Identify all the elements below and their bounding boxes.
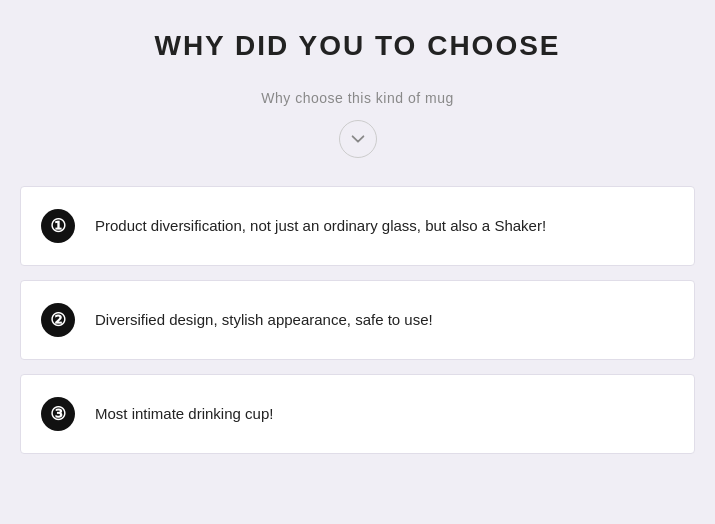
item-text-2: Diversified design, stylish appearance, … [95, 309, 433, 332]
number-badge-1: ① [41, 209, 75, 243]
number-badge-2: ② [41, 303, 75, 337]
list-item: ② Diversified design, stylish appearance… [20, 280, 695, 360]
page-title: WHY DID YOU TO CHOOSE [154, 30, 560, 62]
subtitle: Why choose this kind of mug [261, 90, 453, 106]
items-list: ① Product diversification, not just an o… [20, 186, 695, 454]
number-badge-3: ③ [41, 397, 75, 431]
chevron-down-icon [349, 130, 367, 148]
item-text-1: Product diversification, not just an ord… [95, 215, 546, 238]
list-item: ③ Most intimate drinking cup! [20, 374, 695, 454]
item-text-3: Most intimate drinking cup! [95, 403, 273, 426]
list-item: ① Product diversification, not just an o… [20, 186, 695, 266]
page-container: WHY DID YOU TO CHOOSE Why choose this ki… [0, 0, 715, 484]
chevron-down-button[interactable] [339, 120, 377, 158]
